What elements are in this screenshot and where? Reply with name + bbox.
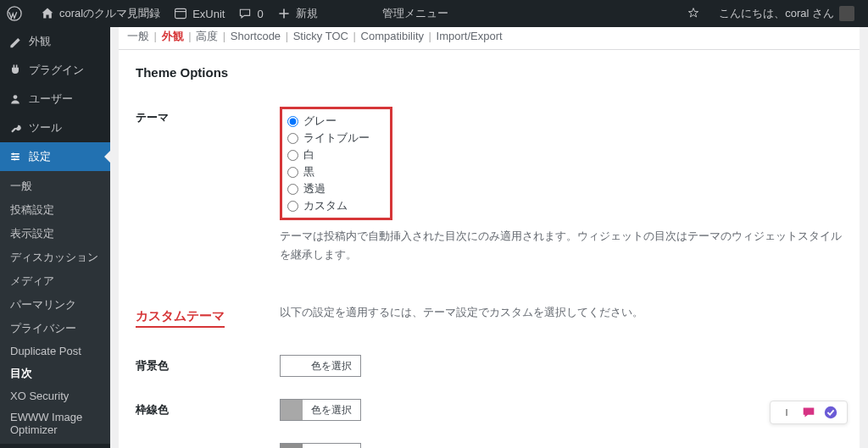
sub-item-duplicate-post[interactable]: Duplicate Post	[0, 340, 110, 362]
sidebar-item-appearance[interactable]: 外観	[0, 27, 110, 56]
tab-advanced[interactable]: 高度	[196, 30, 218, 42]
sub-item-privacy[interactable]: プライバシー	[0, 317, 110, 340]
comments-count: 0	[257, 8, 263, 20]
wp-logo[interactable]	[0, 0, 34, 27]
sub-item-general[interactable]: 一般	[0, 174, 110, 198]
site-title-text: coralのクルマ見聞録	[59, 6, 160, 21]
exunit-adminbar[interactable]: ExUnit	[167, 0, 231, 27]
color-button-label: 色を選択	[303, 444, 360, 448]
site-name[interactable]: coralのクルマ見聞録	[34, 0, 167, 27]
greeting[interactable]: こんにちは、coral さん	[712, 0, 861, 27]
sidebar-item-plugins[interactable]: プラグイン	[0, 56, 110, 85]
settings-submenu: 一般 投稿設定 表示設定 ディスカッション メディア パーマリンク プライバシー…	[0, 171, 110, 444]
float-tool-chat-icon[interactable]	[799, 403, 818, 422]
svg-point-4	[16, 156, 18, 158]
theme-radio-custom[interactable]	[287, 201, 298, 212]
exunit-label: ExUnit	[192, 8, 225, 20]
color-swatch-title	[281, 444, 303, 448]
color-swatch-border	[281, 400, 303, 420]
tab-general[interactable]: 一般	[127, 30, 149, 42]
notice-star-icon[interactable]	[680, 0, 712, 27]
row-label-border: 枠線色	[136, 389, 280, 433]
sidebar-item-users[interactable]: ユーザー	[0, 85, 110, 113]
theme-radio-white[interactable]	[287, 150, 298, 161]
new-content[interactable]: 新規	[270, 0, 325, 27]
float-tool-check-icon[interactable]	[821, 403, 840, 422]
custom-theme-title: カスタムテーマ	[136, 308, 225, 328]
custom-theme-description: 以下の設定を適用するには、テーマ設定でカスタムを選択してください。	[280, 303, 843, 322]
svg-point-3	[12, 153, 14, 155]
theme-label: テーマ	[136, 97, 280, 274]
comments-adminbar[interactable]: 0	[231, 0, 270, 27]
svg-point-9	[825, 407, 837, 418]
svg-point-5	[14, 158, 15, 160]
sidebar-item-filebird[interactable]: FileBird	[0, 444, 110, 448]
settings-panel: Theme Options テーマ グレー ライトブルー	[119, 50, 860, 448]
sidebar-item-settings[interactable]: 設定	[0, 142, 110, 171]
sub-item-writing[interactable]: 投稿設定	[0, 198, 110, 222]
form-table: テーマ グレー ライトブルー 白	[136, 97, 843, 448]
admin-bar: coralのクルマ見聞録 ExUnit 0 新規 管理メニュー こんにちは、co…	[0, 0, 868, 27]
theme-description: テーマは投稿内で自動挿入された目次にのみ適用されます。ウィジェットの目次はテーマ…	[280, 227, 843, 264]
sub-item-xo-security[interactable]: XO Security	[0, 385, 110, 407]
color-picker-border[interactable]: 色を選択	[280, 399, 361, 421]
theme-option-transparent[interactable]: 透過	[287, 180, 370, 197]
tab-import-export[interactable]: Import/Export	[437, 30, 503, 42]
theme-radio-black[interactable]	[287, 167, 298, 178]
row-label-bg: 背景色	[136, 345, 280, 389]
tabs-bar: 一般 | 外観 | 高度 | Shortcode | Sticky TOC | …	[119, 27, 860, 50]
new-label: 新規	[296, 6, 318, 21]
sub-item-permalink[interactable]: パーマリンク	[0, 293, 110, 317]
tab-sticky-toc[interactable]: Sticky TOC	[293, 30, 348, 42]
row-label-title: タイトル色	[136, 433, 280, 448]
content-wrap: 一般 | 外観 | 高度 | Shortcode | Sticky TOC | …	[110, 27, 868, 448]
sidebar-item-tools[interactable]: ツール	[0, 113, 110, 142]
float-tool-text-icon[interactable]: I	[777, 403, 796, 422]
sub-item-ewww[interactable]: EWWW Image Optimizer	[0, 407, 110, 440]
theme-radio-group: グレー ライトブルー 白 黒	[280, 107, 392, 220]
sub-item-toc[interactable]: 目次	[0, 362, 110, 385]
theme-option-white[interactable]: 白	[287, 147, 370, 163]
sub-item-reading[interactable]: 表示設定	[0, 222, 110, 246]
sub-item-media[interactable]: メディア	[0, 269, 110, 293]
tab-appearance[interactable]: 外観	[162, 30, 184, 42]
color-button-label: 色を選択	[303, 400, 360, 420]
admin-sidebar: 外観 プラグイン ユーザー ツール 設定 一般 投稿設定 表示設定 ディスカッシ…	[0, 27, 110, 448]
theme-option-custom[interactable]: カスタム	[287, 197, 370, 214]
color-picker-title[interactable]: 色を選択	[280, 443, 361, 448]
tab-compatibility[interactable]: Compatibility	[361, 30, 424, 42]
theme-option-lightblue[interactable]: ライトブルー	[287, 130, 370, 147]
floating-toolbar: I	[770, 401, 848, 424]
color-swatch-bg	[281, 356, 303, 376]
svg-point-2	[14, 95, 18, 99]
theme-option-grey[interactable]: グレー	[287, 113, 370, 130]
theme-radio-lightblue[interactable]	[287, 133, 298, 144]
theme-radio-grey[interactable]	[287, 116, 298, 127]
tab-shortcode[interactable]: Shortcode	[231, 30, 281, 42]
color-picker-bg[interactable]: 色を選択	[280, 355, 361, 377]
theme-option-black[interactable]: 黒	[287, 163, 370, 180]
sub-item-discussion[interactable]: ディスカッション	[0, 246, 110, 269]
panel-heading: Theme Options	[136, 65, 843, 80]
admin-menu-link[interactable]: 管理メニュー	[376, 0, 455, 27]
avatar	[839, 6, 854, 21]
svg-rect-1	[175, 8, 186, 18]
color-button-label: 色を選択	[303, 356, 360, 376]
theme-radio-transparent[interactable]	[287, 184, 298, 195]
